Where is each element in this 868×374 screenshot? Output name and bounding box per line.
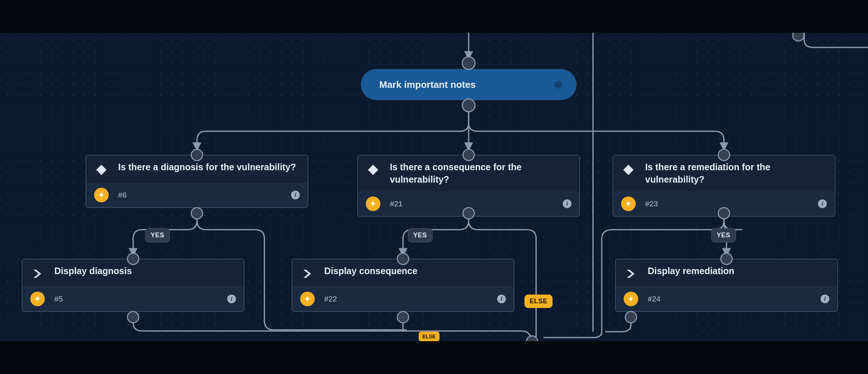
else-badge: ELSE [419, 332, 439, 341]
yes-badge: YES [711, 228, 736, 242]
info-icon[interactable]: i [818, 199, 827, 208]
diamond-icon [621, 163, 636, 177]
decision-id: #6 [118, 191, 291, 199]
else-badge: ELSE [524, 295, 553, 308]
yes-badge: YES [408, 228, 433, 242]
port-out[interactable] [462, 207, 475, 219]
bolt-icon [94, 188, 109, 202]
action-title: Display remediation [648, 265, 738, 277]
chevron-icon [300, 266, 315, 281]
bolt-icon [30, 292, 45, 306]
flow-canvas[interactable]: Mark important notes i Is there a diagno… [0, 33, 868, 341]
action-title: Display consequence [324, 265, 421, 277]
action-id: #24 [648, 295, 821, 303]
info-icon[interactable]: i [563, 199, 571, 208]
action-id: #5 [54, 295, 227, 303]
port-in[interactable] [191, 149, 203, 161]
info-icon[interactable]: i [554, 81, 562, 89]
info-icon[interactable]: i [291, 191, 300, 199]
yes-badge: YES [145, 228, 170, 242]
port-out[interactable] [127, 311, 139, 323]
diamond-icon [94, 163, 109, 177]
action-node-consequence[interactable]: Display consequence #22 i [292, 259, 514, 312]
bolt-icon [366, 196, 380, 211]
bolt-icon [300, 292, 315, 306]
decision-title: Is there a diagnosis for the vulnerabili… [118, 161, 300, 174]
bolt-icon [621, 196, 636, 211]
port-in[interactable] [397, 253, 409, 265]
port-in[interactable] [720, 253, 733, 265]
chevron-icon [30, 266, 45, 281]
action-id: #22 [324, 295, 497, 303]
port-out[interactable] [191, 207, 203, 219]
decision-title: Is there a consequence for the vulnerabi… [390, 161, 571, 186]
info-icon[interactable]: i [497, 295, 506, 303]
port-out[interactable] [397, 311, 409, 323]
port-out[interactable] [718, 207, 730, 219]
decision-id: #23 [645, 199, 818, 208]
port-out[interactable] [625, 311, 637, 323]
bolt-icon [624, 292, 638, 306]
action-node-remediation[interactable]: Display remediation #24 i [615, 259, 838, 312]
port-in[interactable] [718, 149, 730, 161]
diamond-icon [366, 163, 380, 177]
info-icon[interactable]: i [821, 295, 829, 303]
port-merge[interactable] [526, 335, 538, 341]
action-title: Display diagnosis [54, 265, 136, 277]
info-icon[interactable]: i [227, 295, 236, 303]
root-port-out[interactable] [462, 98, 476, 112]
decision-node-diagnosis[interactable]: Is there a diagnosis for the vulnerabili… [86, 155, 308, 208]
root-node[interactable]: Mark important notes i [361, 69, 576, 100]
chevron-icon [624, 266, 638, 281]
root-label: Mark important notes [379, 79, 554, 90]
root-port-in[interactable] [462, 56, 476, 70]
port-offscreen[interactable] [792, 33, 805, 42]
decision-title: Is there a remediation for the vulnerabi… [645, 161, 827, 186]
port-in[interactable] [127, 253, 139, 265]
action-node-diagnosis[interactable]: Display diagnosis #5 i [22, 259, 244, 312]
decision-id: #21 [390, 199, 563, 208]
port-in[interactable] [462, 149, 475, 161]
